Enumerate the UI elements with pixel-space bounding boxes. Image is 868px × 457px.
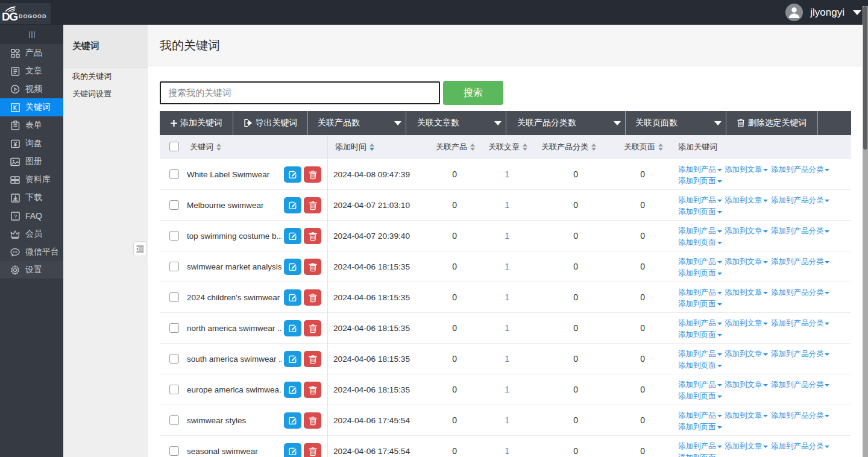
svg-text:DG: DG xyxy=(2,10,17,23)
svg-text:?: ? xyxy=(13,213,16,219)
svg-text:DOGOOD: DOGOOD xyxy=(19,13,46,19)
